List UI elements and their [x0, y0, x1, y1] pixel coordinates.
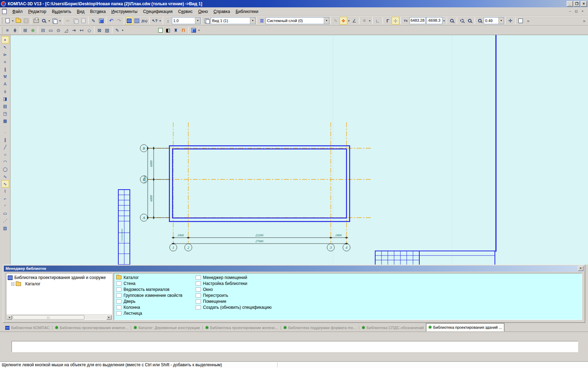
- expand-icon[interactable]: +: [11, 282, 14, 286]
- orientation-dropdown[interactable]: ▾: [347, 19, 350, 22]
- tree-child-item[interactable]: + Каталог: [6, 281, 112, 287]
- layer-combo[interactable]: Системный слой (0) ▾: [266, 17, 329, 24]
- view-window-tool[interactable]: ◳: [1, 110, 9, 117]
- list-item-materials[interactable]: Ведомость материалов: [116, 286, 182, 292]
- menu-window[interactable]: Окно: [195, 8, 211, 15]
- panel-tool[interactable]: ◨: [1, 95, 9, 102]
- coords-dropdown[interactable]: ▾: [442, 19, 446, 22]
- view-combo-arrow[interactable]: ▾: [250, 18, 255, 24]
- list-item-column[interactable]: Колонна: [116, 304, 182, 310]
- menu-insert[interactable]: Вставка: [87, 8, 108, 15]
- tree-root-item[interactable]: Библиотека проектирования зданий и соору…: [6, 274, 112, 281]
- stamp-icon[interactable]: ♜: [172, 26, 180, 34]
- zoom-combo[interactable]: 0.49 ▾: [484, 17, 504, 24]
- contrast-icon[interactable]: ◧: [164, 26, 172, 34]
- document-icon[interactable]: [2, 9, 7, 14]
- minimize-button[interactable]: _: [567, 1, 573, 7]
- diamond-mark-icon[interactable]: ◇: [85, 26, 93, 34]
- toolbar-more-1[interactable]: »: [524, 17, 532, 25]
- parallel-lines-tool[interactable]: ∥: [1, 136, 9, 143]
- pi-symbol-icon[interactable]: Π: [180, 26, 187, 34]
- x-coordinate-field[interactable]: 6483.28: [410, 17, 426, 24]
- toolbar-grip[interactable]: [1, 18, 2, 24]
- zoom-in-button[interactable]: [476, 17, 484, 25]
- image-dropdown[interactable]: ▾: [197, 29, 201, 32]
- new-library-button[interactable]: [133, 17, 141, 25]
- list-item-wall[interactable]: Стена: [116, 280, 182, 286]
- layer-combo-arrow[interactable]: ▾: [324, 18, 329, 24]
- pan-button[interactable]: ✛: [506, 17, 514, 25]
- menu-editor[interactable]: Редактор: [26, 8, 49, 15]
- help-dropdown[interactable]: ▾: [159, 19, 162, 22]
- spreadsheet-green-icon[interactable]: [156, 26, 164, 34]
- close-button[interactable]: ×: [581, 1, 587, 7]
- list-item-stairs[interactable]: Лестница: [116, 310, 182, 316]
- list-item-group-change[interactable]: Групповое изменение свойств: [116, 292, 182, 298]
- monitor-icon[interactable]: ▭: [47, 26, 55, 34]
- select-tool[interactable]: ⌖: [1, 36, 9, 43]
- list-item-library-settings[interactable]: Настройка библиотеки: [196, 280, 272, 286]
- list-item-room-manager[interactable]: Менеджер помещений: [196, 274, 272, 280]
- radius-tool-icon[interactable]: ⊙: [55, 26, 62, 34]
- point-tool[interactable]: ·: [1, 129, 9, 136]
- local-csys-button[interactable]: ∟: [374, 17, 382, 25]
- cursor-tool[interactable]: ↖: [1, 43, 9, 51]
- quill-tool-icon[interactable]: ✎: [113, 26, 121, 34]
- mdi-close-button[interactable]: ×: [580, 9, 585, 14]
- preview-dropdown[interactable]: ▾: [48, 19, 51, 22]
- toolbar-more-2[interactable]: »: [580, 17, 588, 25]
- maximize-button[interactable]: ❐: [574, 1, 580, 7]
- list-item-door[interactable]: Дверь: [116, 298, 182, 304]
- tab-building-design-library[interactable]: ✱ Библиотека проектирования зданий ...: [426, 323, 505, 332]
- tab-reinforced-library[interactable]: ✱ Библиотека проектирования железо...: [203, 324, 280, 332]
- library-manager-close-button[interactable]: ×: [578, 266, 583, 271]
- sheet-tool[interactable]: ▤: [1, 102, 9, 110]
- polyline-tool[interactable]: ⌇: [1, 188, 9, 195]
- hatch-lines-tool[interactable]: ⋰: [1, 217, 9, 224]
- axis-lines-icon[interactable]: ≡: [4, 26, 11, 34]
- scale-combo-arrow[interactable]: ▾: [195, 18, 200, 24]
- context-help-button[interactable]: ↖?: [151, 17, 159, 25]
- layers-icon[interactable]: ≣: [258, 17, 266, 25]
- grid-tool-icon[interactable]: ⊞: [21, 26, 29, 34]
- menu-specification[interactable]: Спецификация: [140, 8, 175, 15]
- library-tree-pane[interactable]: Библиотека проектирования зданий и соору…: [6, 273, 112, 320]
- hatch-fill-tool[interactable]: ▨: [1, 224, 9, 232]
- variables-button[interactable]: f(x): [141, 17, 148, 25]
- fillet-tool[interactable]: ◜: [1, 202, 9, 210]
- y-coordinate-field[interactable]: -6698.3: [426, 17, 442, 24]
- tab-spds-library[interactable]: ✱ Библиотека СПДС-обозначений: [359, 324, 426, 332]
- properties-table-button[interactable]: [97, 17, 105, 25]
- copy-properties-button[interactable]: ✎: [90, 17, 97, 25]
- measure-tool[interactable]: A: [1, 80, 9, 88]
- list-item-window[interactable]: Окно: [196, 286, 272, 292]
- open-button[interactable]: [14, 17, 22, 25]
- menu-libraries[interactable]: Библиотеки: [233, 8, 261, 15]
- menu-select[interactable]: Выделить: [49, 8, 74, 15]
- document-scale-icon[interactable]: ↕: [164, 17, 172, 25]
- snap-button[interactable]: ⊹: [392, 17, 399, 25]
- tab-kompas-libraries[interactable]: Библиотеки КОМПАС: [3, 324, 52, 332]
- chart-tool-icon[interactable]: ⊠: [96, 26, 103, 34]
- arc-tool[interactable]: ◠: [1, 158, 9, 165]
- rectangle-tool[interactable]: ▭: [1, 210, 9, 217]
- quill-dropdown[interactable]: ▾: [121, 29, 124, 32]
- library-items-pane[interactable]: Каталог Стена Ведомость материалов Групп…: [114, 273, 582, 320]
- ortho-button[interactable]: Г: [384, 17, 392, 25]
- menu-help[interactable]: Справка: [211, 8, 233, 15]
- refresh-image-button[interactable]: [517, 17, 524, 25]
- dimension-tool-icon[interactable]: ⊟: [39, 26, 47, 34]
- list-item-catalog[interactable]: Каталог: [116, 274, 182, 280]
- zoom-vertical-button[interactable]: [466, 17, 474, 25]
- list-item-rebuild[interactable]: Перестроить: [196, 292, 272, 298]
- views-icon[interactable]: [203, 17, 211, 25]
- new-document-dropdown[interactable]: ▾: [11, 19, 14, 22]
- undo-button[interactable]: ↶: [107, 17, 115, 25]
- tab-format-support-library[interactable]: ✱ Библиотека поддержки формата mo...: [281, 324, 358, 332]
- new-document-button[interactable]: [4, 17, 11, 25]
- segment-tool[interactable]: ╱: [1, 143, 9, 151]
- hammer-tool[interactable]: ⚒: [1, 73, 9, 80]
- sheet-layout-icon[interactable]: ⋕: [11, 26, 19, 34]
- view-combo[interactable]: Вид 1 (1) ▾: [211, 17, 255, 24]
- list-item-create-specification[interactable]: Создать (обновить) спецификацию: [196, 304, 272, 310]
